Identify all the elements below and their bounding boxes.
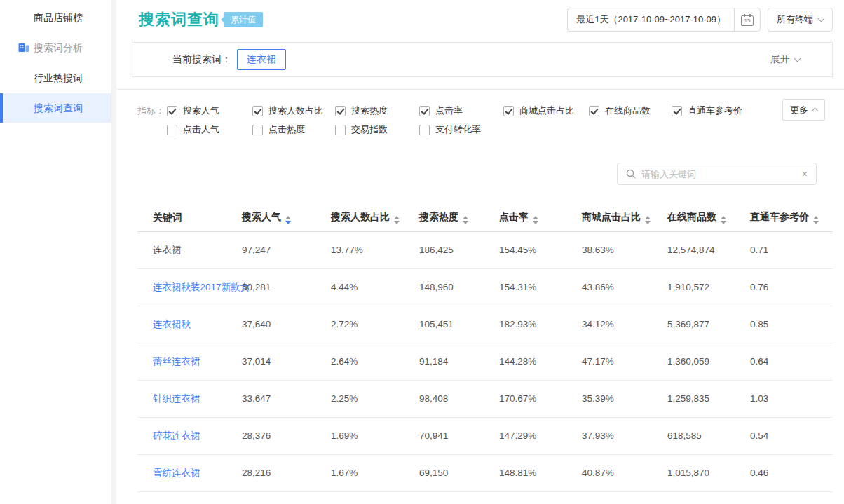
sidebar-item-label: 商品店铺榜 [34, 12, 83, 23]
checkbox-checked-icon[interactable] [167, 106, 177, 116]
calendar-icon[interactable]: 15 [735, 8, 760, 31]
value-cell: 12,574,874 [667, 231, 750, 268]
value-cell: 2.72% [331, 306, 419, 343]
checkbox-checked-icon[interactable] [672, 106, 682, 116]
indicator-label: 搜索热度 [351, 104, 388, 117]
column-header[interactable]: 点击率 [499, 205, 582, 231]
value-cell: 97,247 [242, 231, 331, 268]
checkbox-checked-icon[interactable] [503, 106, 514, 116]
indicator-label: 搜索人数占比 [268, 104, 323, 117]
value-cell: 144.28% [499, 343, 582, 380]
checkbox-unchecked-icon[interactable] [167, 125, 177, 135]
keyword-link[interactable]: 蕾丝连衣裙 [153, 356, 200, 367]
checkbox-checked-icon[interactable] [419, 106, 430, 116]
value-cell: 70,941 [419, 417, 499, 454]
value-cell: 40.87% [582, 454, 667, 491]
indicator-label: 在线商品数 [605, 104, 651, 117]
chevron-down-icon [794, 55, 801, 62]
column-header[interactable]: 商城点击占比 [582, 205, 667, 231]
checkbox-checked-icon[interactable] [589, 106, 599, 116]
sidebar-menu: 商品店铺榜搜索词分析行业热搜词搜索词查询 [0, 3, 111, 123]
column-label: 搜索热度 [419, 211, 458, 222]
value-cell: 1.67% [331, 454, 419, 491]
value-cell: 182.93% [499, 306, 582, 343]
sort-icon[interactable] [721, 216, 726, 224]
sidebar-item[interactable]: 搜索词分析 [0, 33, 111, 62]
sort-icon[interactable] [533, 216, 538, 224]
sort-icon[interactable] [394, 216, 400, 224]
keyword-link[interactable]: 雪纺连衣裙 [153, 468, 200, 478]
sidebar-item[interactable]: 商品店铺榜 [0, 3, 111, 32]
keyword-link[interactable]: 连衣裙秋 [153, 319, 191, 329]
sort-icon[interactable] [463, 216, 468, 224]
indicator-checkbox-item[interactable]: 搜索人数占比 [252, 103, 335, 118]
clear-icon[interactable]: × [802, 169, 808, 179]
indicator-checkbox-item[interactable]: 搜索人气 [167, 103, 252, 118]
keyword-link[interactable]: 针织连衣裙 [153, 393, 200, 404]
search-input[interactable] [641, 169, 796, 179]
value-cell: 5,369,877 [667, 306, 750, 343]
checkbox-checked-icon[interactable] [335, 106, 346, 116]
chevron-up-icon [812, 108, 819, 115]
checkbox-unchecked-icon[interactable] [335, 125, 346, 135]
indicator-checkbox-item[interactable]: 点击率 [419, 103, 503, 118]
column-label: 点击率 [499, 211, 529, 222]
sort-icon[interactable] [285, 216, 291, 224]
value-cell: 148.81% [499, 454, 582, 491]
indicator-checkbox-item[interactable]: 在线商品数 [589, 103, 672, 118]
value-cell: 1,259,835 [667, 380, 750, 417]
checkbox-unchecked-icon[interactable] [419, 125, 430, 135]
indicator-checkbox-item[interactable]: 支付转化率 [419, 122, 503, 137]
indicator-checkbox-item[interactable]: 搜索热度 [335, 103, 419, 118]
search-icon [626, 169, 636, 179]
table-row: 连衣裙秋37,6402.72%105,451182.93%34.12%5,369… [137, 306, 833, 343]
value-cell: 2.25% [331, 380, 419, 417]
sidebar-item[interactable]: 搜索词查询 [0, 93, 111, 123]
keyword-link[interactable]: 连衣裙秋装2017新款女 [153, 282, 250, 292]
sort-icon[interactable] [813, 216, 819, 224]
checkbox-unchecked-icon[interactable] [252, 125, 263, 135]
indicator-checkbox-item[interactable]: 商城点击占比 [503, 103, 589, 118]
column-label: 商城点击占比 [582, 211, 641, 222]
current-search-term-tag[interactable]: 连衣裙 [237, 49, 286, 70]
value-cell: 0.85 [750, 306, 833, 343]
expand-toggle[interactable]: 展开 [770, 53, 800, 66]
expand-label: 展开 [770, 53, 790, 66]
sort-icon[interactable] [645, 216, 651, 224]
keyword-link[interactable]: 碎花连衣裙 [153, 430, 200, 441]
column-header[interactable]: 搜索人气 [242, 205, 331, 231]
checkbox-checked-icon[interactable] [252, 106, 263, 116]
value-cell: 154.45% [499, 231, 582, 268]
keyword-cell: 蕾丝连衣裙 [137, 343, 242, 380]
column-header[interactable]: 在线商品数 [667, 205, 750, 231]
value-cell: 38.63% [582, 231, 667, 268]
column-header: 关键词 [137, 205, 242, 231]
value-cell: 37,014 [242, 343, 331, 380]
sidebar-item-label: 搜索词查询 [34, 102, 83, 114]
terminal-selector[interactable]: 所有终端 [768, 8, 833, 32]
indicator-checkbox-item[interactable]: 点击热度 [252, 122, 335, 137]
value-cell: 1.69% [331, 417, 419, 454]
column-header[interactable]: 直通车参考价 [750, 205, 833, 231]
value-cell: 1,360,059 [667, 343, 750, 380]
column-header[interactable]: 搜索热度 [419, 205, 499, 231]
column-header[interactable]: 搜索人数占比 [331, 205, 419, 231]
indicator-checkbox-item[interactable]: 直通车参考价 [672, 103, 784, 118]
date-range-picker[interactable]: 最近1天（2017-10-09~2017-10-09） 15 [567, 8, 761, 32]
column-label: 关键词 [153, 212, 182, 223]
indicator-label: 商城点击占比 [519, 104, 574, 117]
keyword-cell: 碎花连衣裙 [137, 417, 242, 454]
value-cell: 1,910,572 [667, 268, 750, 306]
value-cell: 28,216 [242, 454, 331, 491]
keyword-search-box: × [617, 163, 817, 185]
indicator-checkbox-item[interactable]: 点击人气 [167, 122, 252, 137]
sidebar-item[interactable]: 行业热搜词 [0, 63, 111, 93]
value-cell: 28,376 [242, 417, 331, 454]
more-button[interactable]: 更多 [782, 99, 825, 121]
keyword-table: 关键词搜索人气搜索人数占比搜索热度点击率商城点击占比在线商品数直通车参考价 连衣… [137, 205, 833, 492]
value-cell: 148,960 [419, 268, 499, 306]
value-cell: 13.77% [331, 231, 419, 268]
date-range-label[interactable]: 最近1天（2017-10-09~2017-10-09） [568, 8, 735, 31]
indicator-checkbox-item[interactable]: 交易指数 [335, 122, 419, 137]
header-controls: 最近1天（2017-10-09~2017-10-09） 15 所有终端 [567, 8, 833, 32]
